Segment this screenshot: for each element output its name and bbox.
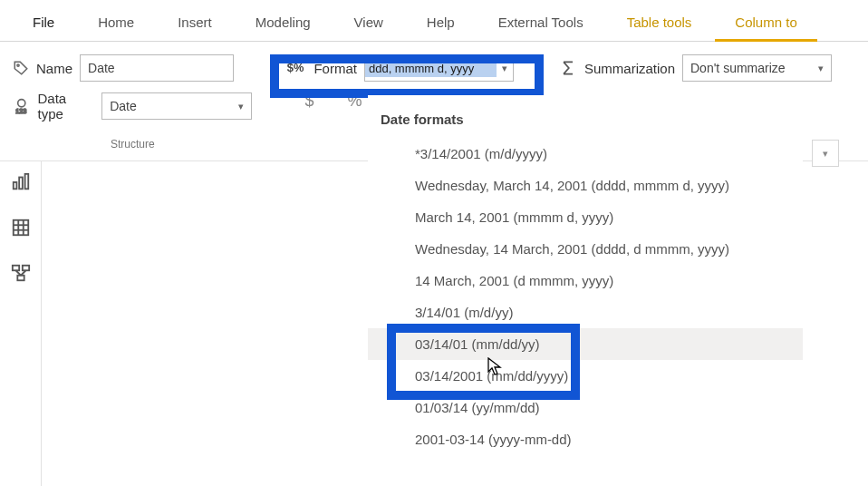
- svg-rect-12: [12, 266, 18, 271]
- format-label: Format: [313, 61, 357, 76]
- tab-modeling[interactable]: Modeling: [234, 5, 333, 41]
- menu-tabs: File Home Insert Modeling View Help Exte…: [0, 0, 868, 42]
- date-format-option[interactable]: 2001-03-14 (yyyy-mm-dd): [368, 423, 803, 455]
- summarization-select[interactable]: Don't summarize: [682, 54, 832, 82]
- date-format-option[interactable]: Wednesday, March 14, 2001 (dddd, mmmm d,…: [368, 170, 803, 201]
- svg-rect-14: [17, 276, 24, 281]
- format-value: ddd, mmmm d, yyyy: [365, 60, 497, 77]
- data-view-icon[interactable]: [11, 218, 31, 238]
- format-dropdown: Date formats *3/14/2001 (m/d/yyyy) Wedne…: [368, 95, 803, 471]
- structure-caption: Structure: [13, 138, 252, 151]
- dropdown-header: Date formats: [368, 106, 803, 138]
- svg-point-0: [17, 64, 19, 66]
- date-format-option[interactable]: 03/14/2001 (mm/dd/yyyy): [368, 360, 803, 392]
- svg-text:123: 123: [15, 107, 26, 115]
- tab-file[interactable]: File: [11, 5, 76, 41]
- datatype-value: Date: [110, 99, 137, 113]
- tab-help[interactable]: Help: [405, 5, 477, 41]
- svg-rect-5: [19, 178, 23, 190]
- chevron-down-icon[interactable]: ˅: [326, 91, 334, 111]
- date-format-option[interactable]: *3/14/2001 (m/d/yyyy): [368, 138, 803, 170]
- name-label: Name: [36, 61, 72, 76]
- format-icon: $%: [285, 58, 306, 78]
- tab-view[interactable]: View: [333, 5, 405, 41]
- tab-external-tools[interactable]: External Tools: [477, 5, 605, 41]
- datatype-select[interactable]: Date: [101, 92, 252, 120]
- svg-point-1: [18, 100, 25, 107]
- date-format-option[interactable]: Wednesday, 14 March, 2001 (dddd, d mmmm,…: [368, 233, 803, 265]
- tab-column-tools[interactable]: Column to: [713, 5, 818, 41]
- svg-rect-13: [22, 266, 28, 271]
- date-format-option[interactable]: 14 March, 2001 (d mmmm, yyyy): [368, 265, 803, 296]
- svg-text:$%: $%: [287, 61, 304, 74]
- name-input[interactable]: [80, 54, 234, 82]
- percent-icon[interactable]: %: [347, 92, 362, 111]
- currency-icon[interactable]: $: [304, 92, 313, 111]
- svg-rect-7: [13, 220, 28, 236]
- date-format-option-hover[interactable]: 03/14/01 (mm/dd/yy): [368, 328, 803, 360]
- svg-rect-6: [24, 174, 28, 190]
- tag-icon: [13, 60, 29, 76]
- tab-table-tools[interactable]: Table tools: [605, 5, 714, 41]
- left-nav-rail: [0, 161, 42, 486]
- svg-rect-4: [13, 182, 16, 189]
- group-summarization: Summarization Don't summarize: [559, 54, 832, 82]
- format-select[interactable]: ddd, mmmm d, yyyy: [364, 54, 514, 82]
- datatype-label: Data type: [38, 91, 95, 122]
- tab-insert[interactable]: Insert: [156, 5, 234, 41]
- date-format-option[interactable]: March 14, 2001 (mmmm d, yyyy): [368, 201, 803, 233]
- date-format-option[interactable]: 3/14/01 (m/d/yy): [368, 296, 803, 328]
- group-structure: Name 123 Data type Date Structure: [13, 54, 252, 151]
- summarization-value: Don't summarize: [690, 61, 786, 75]
- datatype-icon: 123: [13, 97, 31, 115]
- report-view-icon[interactable]: [11, 172, 31, 192]
- summarization-label: Summarization: [584, 61, 675, 76]
- overflow-select[interactable]: ▾: [812, 140, 839, 167]
- sigma-icon: [559, 59, 577, 77]
- date-format-option[interactable]: 01/03/14 (yy/mm/dd): [368, 392, 803, 423]
- tab-home[interactable]: Home: [76, 5, 156, 41]
- model-view-icon[interactable]: [11, 263, 31, 283]
